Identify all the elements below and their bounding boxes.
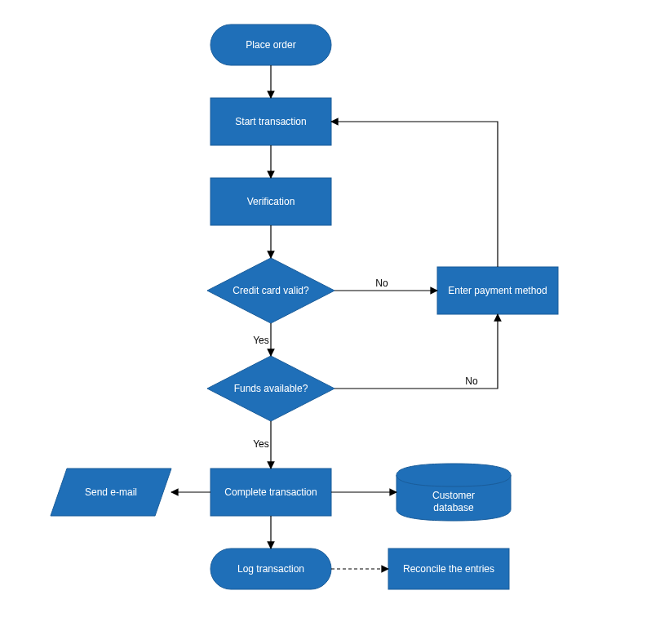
node-start-transaction-label: Start transaction bbox=[235, 116, 306, 127]
edge-cc-yes-label: Yes bbox=[253, 335, 269, 346]
node-log-transaction-label: Log transaction bbox=[237, 563, 304, 575]
node-enter-payment-label: Enter payment method bbox=[448, 285, 547, 296]
edge-funds-no-label: No bbox=[465, 375, 478, 387]
node-funds-available: Funds available? bbox=[207, 356, 334, 421]
node-place-order: Place order bbox=[210, 24, 331, 65]
flowchart: Place order Start transaction Verificati… bbox=[0, 0, 669, 644]
node-verification-label: Verification bbox=[247, 196, 295, 207]
node-customer-db-label-1: Customer bbox=[432, 490, 475, 501]
node-reconcile-entries: Reconcile the entries bbox=[388, 549, 509, 589]
node-place-order-label: Place order bbox=[246, 39, 295, 51]
node-verification: Verification bbox=[210, 178, 331, 225]
node-reconcile-label: Reconcile the entries bbox=[403, 563, 494, 575]
node-customer-db-label-2: database bbox=[433, 502, 474, 513]
edge-cc-no-label: No bbox=[375, 278, 388, 289]
node-complete-transaction: Complete transaction bbox=[210, 469, 331, 516]
edge-enter-to-start bbox=[331, 122, 498, 267]
node-credit-card-valid-label: Credit card valid? bbox=[233, 285, 309, 296]
node-send-email: Send e-mail bbox=[51, 469, 171, 516]
node-customer-database: Customer database bbox=[397, 464, 511, 521]
node-funds-available-label: Funds available? bbox=[234, 383, 308, 394]
edge-funds-yes-label: Yes bbox=[253, 438, 269, 450]
node-start-transaction: Start transaction bbox=[210, 98, 331, 145]
node-enter-payment-method: Enter payment method bbox=[437, 267, 558, 314]
node-credit-card-valid: Credit card valid? bbox=[207, 258, 334, 323]
node-log-transaction: Log transaction bbox=[210, 549, 331, 589]
node-complete-label: Complete transaction bbox=[224, 486, 317, 498]
node-send-email-label: Send e-mail bbox=[85, 486, 137, 498]
